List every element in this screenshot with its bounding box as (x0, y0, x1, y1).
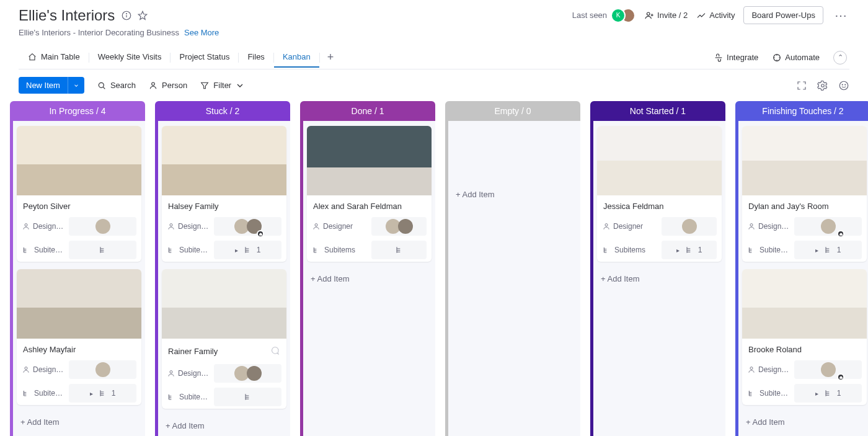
svg-point-59 (750, 367, 753, 370)
designer-chip[interactable] (69, 217, 136, 236)
add-item-button[interactable]: + Add Item (307, 269, 432, 288)
new-item-main[interactable]: New Item (19, 77, 68, 94)
svg-point-9 (99, 82, 104, 87)
svg-point-47 (605, 224, 608, 226)
invite-label: Invite / 2 (657, 11, 688, 20)
column-header[interactable]: Stuck / 2 (155, 101, 290, 121)
designer-chip[interactable] (69, 360, 136, 379)
add-item-button[interactable]: + Add Item (597, 269, 722, 288)
kanban-card[interactable]: Rainer FamilyDesign…Subite… (162, 269, 286, 409)
activity-button[interactable]: Activity (696, 11, 735, 20)
column-body: Peyton SilverDesign…Subite…Ashley Mayfai… (10, 121, 145, 436)
tab-label: Files (247, 52, 264, 61)
subitems-label: Subite… (167, 392, 210, 402)
search-label: Search (110, 81, 136, 90)
integrate-button[interactable]: Integrate (714, 53, 758, 63)
powerups-button[interactable]: Board Power-Ups (743, 6, 823, 24)
svg-marker-3 (139, 11, 148, 19)
search-button[interactable]: Search (97, 81, 136, 91)
subitems-chip[interactable] (69, 241, 136, 259)
tab-label: Weekly Site Visits (98, 52, 162, 61)
add-item-button[interactable]: + Add Item (452, 185, 577, 204)
card-image (162, 126, 286, 195)
collapse-icon[interactable]: ⌃ (833, 51, 847, 65)
chat-icon[interactable] (269, 345, 280, 358)
kanban-card[interactable]: Jessica FeldmanDesignerSubitems▸1 (597, 126, 722, 262)
column-body: Halsey FamilyDesign…Subite…▸1Rainer Fami… (155, 121, 290, 436)
person-icon (148, 81, 158, 91)
last-seen[interactable]: Last seen K (572, 8, 636, 23)
subitems-chip[interactable]: ▸1 (69, 384, 136, 403)
subitems-chip[interactable] (371, 241, 427, 259)
kanban-card[interactable]: Alex and Sarah FeldmanDesignerSubitems (307, 126, 432, 262)
add-tab-button[interactable]: + (320, 46, 342, 69)
card-title: Halsey Family (168, 202, 219, 211)
invite-button[interactable]: Invite / 2 (644, 11, 688, 20)
info-icon[interactable] (121, 10, 132, 21)
star-icon[interactable] (137, 10, 148, 21)
tab-kanban[interactable]: Kanban (274, 47, 319, 68)
subitems-chip[interactable]: ▸1 (214, 241, 281, 259)
see-more-link[interactable]: See More (184, 28, 219, 37)
add-item-button[interactable]: + Add Item (17, 412, 141, 432)
column-header[interactable]: In Progress / 4 (10, 101, 145, 121)
last-seen-label: Last seen (572, 11, 607, 20)
subitems-label: Subite… (22, 388, 65, 398)
svg-line-10 (103, 87, 105, 89)
avatar (821, 362, 836, 377)
tab-project-status[interactable]: Project Status (170, 47, 238, 68)
svg-point-29 (170, 224, 172, 226)
tab-files[interactable]: Files (239, 47, 273, 68)
column-header[interactable]: Finishing Touches / 2 (735, 101, 868, 121)
column-header[interactable]: Not Started / 1 (590, 101, 725, 121)
kanban-card[interactable]: Brooke RolandDesign…Subite…▸1 (742, 269, 867, 405)
card-image (742, 269, 867, 339)
designer-label: Designer (602, 222, 658, 231)
kanban-card[interactable]: Ashley MayfairDesign…Subite…▸1 (17, 269, 141, 405)
svg-point-14 (839, 81, 848, 90)
subitems-chip[interactable]: ▸1 (794, 384, 862, 403)
svg-point-17 (25, 224, 27, 226)
add-item-button[interactable]: + Add Item (742, 412, 867, 432)
svg-point-16 (845, 84, 846, 84)
new-item-button[interactable]: New Item (19, 77, 84, 94)
smiley-icon[interactable] (838, 80, 849, 91)
svg-marker-12 (202, 82, 208, 88)
avatar: K (611, 8, 626, 23)
gear-icon[interactable] (817, 80, 828, 91)
column-body: Alex and Sarah FeldmanDesignerSubitems+ … (300, 121, 435, 436)
add-item-button[interactable]: + Add Item (162, 416, 286, 435)
column-header[interactable]: Empty / 0 (445, 101, 580, 121)
new-item-caret[interactable] (68, 77, 84, 94)
card-image (307, 126, 432, 195)
subitems-label: Subite… (22, 245, 65, 255)
designer-chip[interactable] (371, 217, 427, 236)
tab-weekly[interactable]: Weekly Site Visits (89, 47, 170, 68)
filter-button[interactable]: Filter (200, 81, 245, 91)
subitems-chip[interactable]: ▸1 (794, 241, 862, 259)
automate-button[interactable]: Automate (772, 53, 820, 63)
designer-chip[interactable] (662, 217, 717, 236)
card-image (597, 126, 722, 195)
fullscreen-icon[interactable] (796, 80, 807, 91)
card-image (162, 269, 286, 339)
integrate-label: Integrate (727, 53, 758, 62)
kanban-card[interactable]: Dylan and Jay's RoomDesign…Subite…▸1 (742, 126, 867, 262)
person-button[interactable]: Person (148, 81, 187, 91)
tab-main-table[interactable]: Main Table (19, 47, 89, 68)
designer-chip[interactable] (214, 364, 281, 383)
kanban-card[interactable]: Peyton SilverDesign…Subite… (17, 126, 141, 262)
card-title: Dylan and Jay's Room (748, 202, 829, 211)
designer-chip[interactable] (794, 217, 862, 236)
subitems-chip[interactable] (214, 388, 281, 406)
column-header[interactable]: Done / 1 (300, 101, 435, 121)
designer-chip[interactable] (214, 217, 281, 236)
automate-label: Automate (785, 53, 820, 62)
kanban-card[interactable]: Halsey FamilyDesign…Subite…▸1 (162, 126, 286, 262)
filter-icon (200, 81, 210, 91)
subitems-chip[interactable]: ▸1 (662, 241, 717, 259)
designer-label: Designer (312, 222, 368, 231)
designer-chip[interactable] (794, 360, 862, 379)
svg-point-4 (647, 12, 650, 16)
card-title: Brooke Roland (748, 345, 802, 354)
